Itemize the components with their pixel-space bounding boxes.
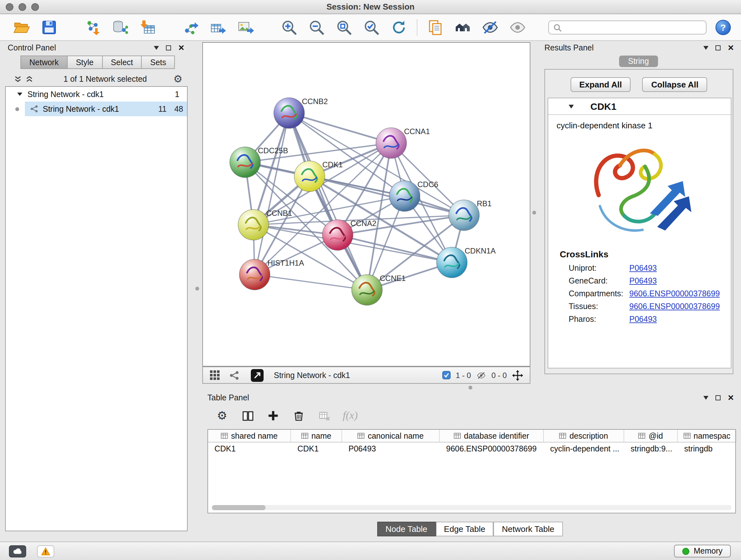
- panel-maximize-icon[interactable]: [166, 45, 171, 51]
- panel-close-icon[interactable]: ✕: [728, 44, 734, 52]
- crosslink-link[interactable]: 9606.ENSP00000378699: [629, 302, 720, 311]
- column-header-shared-name[interactable]: shared name: [208, 430, 291, 442]
- hidden-eye-icon[interactable]: [476, 371, 486, 380]
- node-CCNE1[interactable]: [352, 274, 382, 305]
- node-CDC25B[interactable]: [230, 147, 260, 178]
- search-input[interactable]: [565, 23, 706, 32]
- panel-maximize-icon[interactable]: [716, 395, 721, 400]
- panel-maximize-icon[interactable]: [716, 45, 721, 51]
- function-builder-icon[interactable]: f(x): [343, 409, 358, 422]
- splitter-handle[interactable]: [468, 386, 472, 389]
- column-header-name[interactable]: name: [291, 430, 342, 442]
- panel-float-icon[interactable]: [703, 396, 709, 400]
- network-row-selection[interactable]: String Network - cdk1 11 48: [25, 102, 187, 116]
- tab-network-table[interactable]: Network Table: [494, 522, 562, 537]
- refresh-view-button[interactable]: [389, 18, 408, 37]
- collapse-entry-icon[interactable]: [569, 105, 574, 108]
- network-row[interactable]: String Network - cdk1 11 48: [6, 102, 187, 116]
- node-label-CCNE1: CCNE1: [380, 274, 406, 283]
- expand-tree-icon[interactable]: [14, 75, 22, 83]
- import-table-button[interactable]: [138, 18, 157, 37]
- window-minimize-button[interactable]: [18, 3, 26, 10]
- import-network-database-button[interactable]: [111, 18, 130, 37]
- column-header-description[interactable]: description: [544, 430, 624, 442]
- detach-view-button[interactable]: [251, 369, 264, 381]
- export-network-button[interactable]: [181, 18, 200, 37]
- node-CDC6[interactable]: [389, 181, 420, 211]
- window-title: Session: New Session: [0, 2, 741, 11]
- open-session-button[interactable]: [12, 18, 31, 37]
- crosslink-link[interactable]: P06493: [629, 264, 657, 273]
- tab-string[interactable]: String: [619, 56, 658, 67]
- edge-HIST1H1A-CCNE1[interactable]: [255, 274, 367, 290]
- show-panels-button[interactable]: [508, 18, 527, 37]
- import-network-file-button[interactable]: [83, 18, 102, 37]
- collapse-all-button[interactable]: Collapse All: [643, 77, 708, 92]
- delete-column-icon[interactable]: [292, 409, 306, 423]
- pan-crosshair-icon[interactable]: [512, 369, 523, 381]
- zoom-in-button[interactable]: [280, 18, 299, 37]
- zoom-out-button[interactable]: [307, 18, 326, 37]
- zoom-fit-button[interactable]: [334, 18, 354, 37]
- tab-sets[interactable]: Sets: [142, 56, 175, 69]
- crosslink-link[interactable]: P06493: [629, 276, 657, 286]
- add-column-icon[interactable]: [266, 409, 280, 423]
- network-view-icon[interactable]: [229, 370, 239, 380]
- window-close-button[interactable]: [6, 3, 13, 10]
- tab-edge-table[interactable]: Edge Table: [435, 522, 494, 537]
- selected-checkbox[interactable]: [442, 371, 451, 379]
- help-button[interactable]: ?: [716, 20, 731, 35]
- cloud-status-button[interactable]: [9, 545, 26, 557]
- column-header-canonical-name[interactable]: canonical name: [342, 430, 440, 442]
- edge-CCNB2-CCNA1[interactable]: [289, 113, 391, 143]
- gene-entry-header[interactable]: CDK1: [548, 98, 731, 115]
- table-settings-gear-icon[interactable]: ⚙: [215, 409, 229, 423]
- node-HIST1H1A[interactable]: [239, 259, 270, 290]
- tab-network[interactable]: Network: [20, 56, 68, 69]
- node-CDK1[interactable]: [294, 161, 325, 192]
- splitter-handle[interactable]: [195, 287, 199, 291]
- crosslink-link[interactable]: 9606.ENSP00000378699: [629, 289, 720, 298]
- tab-style[interactable]: Style: [68, 56, 103, 69]
- column-header-database-identifier[interactable]: database identifier: [440, 430, 544, 442]
- table-row[interactable]: CDK1CDK1P064939606.ENSP00000378699cyclin…: [208, 442, 735, 455]
- warnings-button[interactable]: [37, 545, 54, 557]
- column-header--id[interactable]: @id: [624, 430, 678, 442]
- scrollbar-thumb[interactable]: [212, 505, 266, 510]
- crosslink-link[interactable]: P06493: [629, 315, 657, 324]
- panel-close-icon[interactable]: ✕: [728, 394, 734, 401]
- node-CCNB1[interactable]: [238, 209, 269, 240]
- tab-select[interactable]: Select: [103, 56, 142, 69]
- expand-all-button[interactable]: Expand All: [570, 77, 630, 92]
- panel-float-icon[interactable]: [703, 46, 709, 50]
- memory-button[interactable]: Memory: [674, 545, 731, 557]
- panel-float-icon[interactable]: [154, 46, 159, 50]
- splitter-handle[interactable]: [532, 211, 536, 214]
- hide-panels-button[interactable]: [481, 18, 500, 37]
- node-RB1[interactable]: [449, 200, 479, 231]
- tab-node-table[interactable]: Node Table: [377, 522, 435, 537]
- tree-expander-icon[interactable]: [17, 92, 22, 96]
- network-collection-row[interactable]: String Network - cdk1 1: [6, 87, 187, 102]
- network-canvas[interactable]: CCNB2CCNA1CDC25BCDK1CDC6RB1CCNB1CCNA2CDK…: [202, 42, 530, 367]
- panel-close-icon[interactable]: ✕: [178, 44, 185, 52]
- save-session-button[interactable]: [40, 18, 59, 37]
- gear-icon[interactable]: ⚙: [173, 74, 183, 84]
- export-image-button[interactable]: [236, 18, 255, 37]
- node-CCNA1[interactable]: [376, 128, 407, 159]
- home-button[interactable]: [453, 18, 472, 37]
- zoom-selected-button[interactable]: [362, 18, 381, 37]
- node-CDKN1A[interactable]: [436, 247, 467, 278]
- delete-table-icon[interactable]: [317, 409, 331, 423]
- copy-button[interactable]: [426, 18, 445, 37]
- export-table-button[interactable]: [209, 18, 228, 37]
- column-header-namespac[interactable]: namespac: [678, 430, 737, 442]
- show-columns-icon[interactable]: [241, 409, 255, 423]
- horizontal-scrollbar[interactable]: [212, 505, 731, 510]
- node-CCNB2[interactable]: [274, 98, 305, 128]
- node-CCNA2[interactable]: [322, 220, 353, 250]
- grid-view-icon[interactable]: [209, 370, 220, 381]
- window-zoom-button[interactable]: [31, 3, 39, 10]
- edge-HIST1H1A-CCNB2[interactable]: [255, 113, 289, 274]
- collapse-tree-icon[interactable]: [25, 75, 33, 83]
